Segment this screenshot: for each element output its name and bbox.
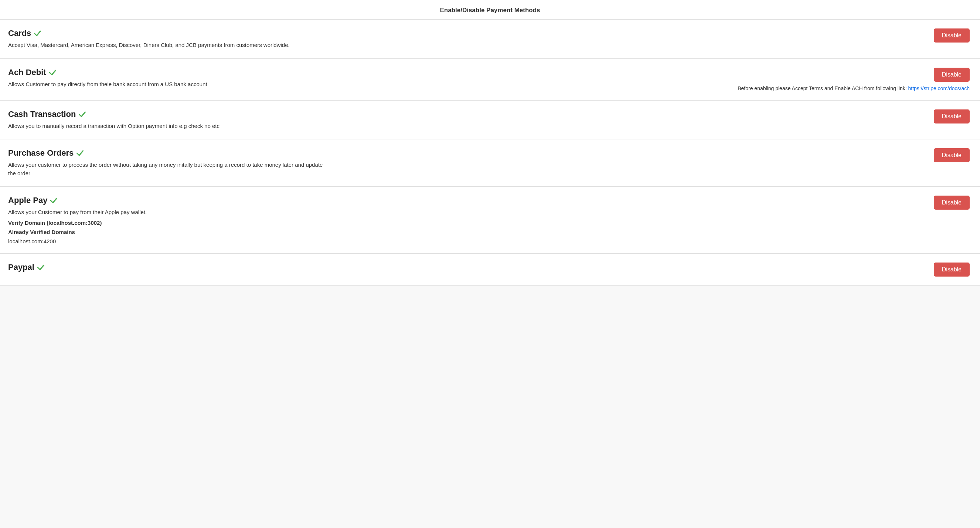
payment-description-purchase-orders: Allows your customer to process the orde… xyxy=(8,161,326,177)
payment-title-row-ach-debit: Ach Debit xyxy=(8,68,730,77)
disable-button-cash-transaction[interactable]: Disable xyxy=(934,110,970,123)
payment-title-paypal: Paypal xyxy=(8,263,34,272)
payment-item-ach-debit: Ach Debit Allows Customer to pay directl… xyxy=(0,59,980,100)
payment-left-cash-transaction: Cash Transaction Allows you to manually … xyxy=(8,110,881,131)
payment-item-cards: Cards Accept Visa, Mastercard, American … xyxy=(0,19,980,59)
payment-description-cards: Accept Visa, Mastercard, American Expres… xyxy=(8,41,326,49)
payment-title-cash-transaction: Cash Transaction xyxy=(8,110,76,119)
enabled-check-icon-ach-debit xyxy=(49,69,58,76)
payment-title-row-cards: Cards xyxy=(8,29,881,38)
ach-note-ach-debit: Before enabling please Accept Terms and … xyxy=(738,85,970,91)
payment-right-purchase-orders: Disable xyxy=(888,148,970,162)
payment-right-cash-transaction: Disable xyxy=(888,110,970,123)
enabled-check-icon-cards xyxy=(34,30,43,37)
payment-item-apple-pay: Apple Pay Allows your Customer to pay fr… xyxy=(0,187,980,254)
payment-title-purchase-orders: Purchase Orders xyxy=(8,148,73,158)
disable-button-ach-debit[interactable]: Disable xyxy=(934,68,970,82)
payment-description-apple-pay: Allows your Customer to pay from their A… xyxy=(8,208,326,217)
apple-pay-verified-domains: localhost.com:4200 xyxy=(8,238,881,244)
payment-left-purchase-orders: Purchase Orders Allows your customer to … xyxy=(8,148,881,177)
payment-title-row-cash-transaction: Cash Transaction xyxy=(8,110,881,119)
payment-right-paypal: Disable xyxy=(888,263,970,277)
payment-item-purchase-orders: Purchase Orders Allows your customer to … xyxy=(0,139,980,187)
payment-title-row-paypal: Paypal xyxy=(8,263,881,272)
payment-left-paypal: Paypal xyxy=(8,263,881,275)
payment-description-cash-transaction: Allows you to manually record a transact… xyxy=(8,122,326,131)
payment-right-ach-debit: DisableBefore enabling please Accept Ter… xyxy=(738,68,970,91)
payment-title-apple-pay: Apple Pay xyxy=(8,196,47,205)
ach-link-ach-debit[interactable]: https://stripe.com/docs/ach xyxy=(908,85,970,91)
payment-title-ach-debit: Ach Debit xyxy=(8,68,46,77)
enabled-check-icon-purchase-orders xyxy=(76,150,85,156)
apple-pay-already-verified-label: Already Verified Domains xyxy=(8,229,881,235)
enabled-check-icon-cash-transaction xyxy=(79,111,88,118)
disable-button-purchase-orders[interactable]: Disable xyxy=(934,148,970,162)
enabled-check-icon-apple-pay xyxy=(50,197,59,204)
payment-title-row-purchase-orders: Purchase Orders xyxy=(8,148,881,158)
payment-left-ach-debit: Ach Debit Allows Customer to pay directl… xyxy=(8,68,730,89)
disable-button-paypal[interactable]: Disable xyxy=(934,263,970,277)
payment-left-apple-pay: Apple Pay Allows your Customer to pay fr… xyxy=(8,196,881,244)
payment-description-ach-debit: Allows Customer to pay directly from the… xyxy=(8,80,326,89)
enabled-check-icon-paypal xyxy=(37,264,46,271)
payment-title-cards: Cards xyxy=(8,29,31,38)
payment-right-cards: Disable xyxy=(888,29,970,43)
payment-item-cash-transaction: Cash Transaction Allows you to manually … xyxy=(0,100,980,140)
disable-button-cards[interactable]: Disable xyxy=(934,29,970,43)
page-header: Enable/Disable Payment Methods xyxy=(0,0,980,19)
payment-title-row-apple-pay: Apple Pay xyxy=(8,196,881,205)
disable-button-apple-pay[interactable]: Disable xyxy=(934,196,970,210)
payment-item-paypal: Paypal Disable xyxy=(0,254,980,286)
apple-pay-verify-domain: Verify Domain (localhost.com:3002) xyxy=(8,220,881,226)
payment-list: Cards Accept Visa, Mastercard, American … xyxy=(0,19,980,286)
payment-left-cards: Cards Accept Visa, Mastercard, American … xyxy=(8,29,881,49)
payment-right-apple-pay: Disable xyxy=(888,196,970,210)
